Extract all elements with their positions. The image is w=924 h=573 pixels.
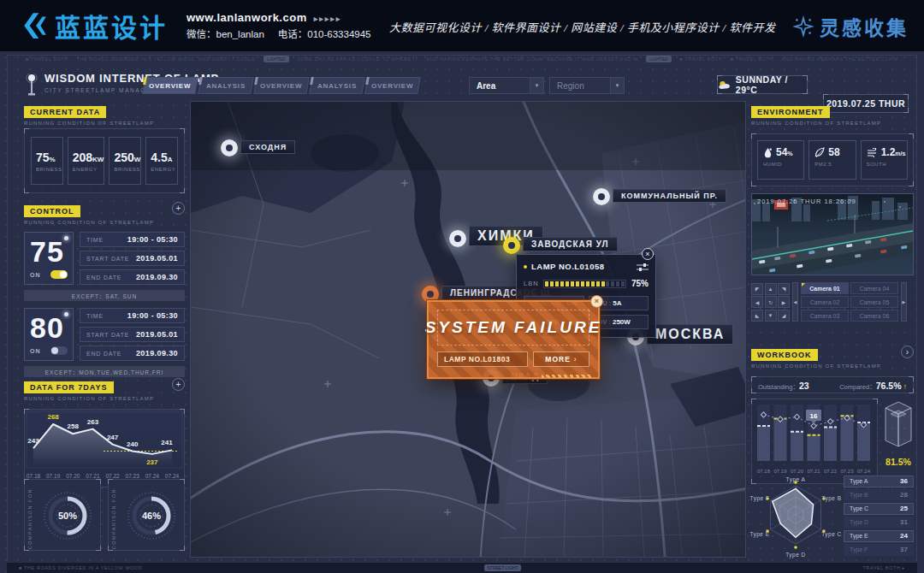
tab-notch	[143, 77, 147, 85]
camera-button-5[interactable]: Camera 05	[850, 296, 898, 308]
schedule-row-value: 2019.05.01	[136, 330, 178, 339]
pan-down-button[interactable]: ▼	[765, 310, 777, 322]
schedule-row: END DATE2019.09.30	[80, 269, 185, 285]
pan-up-button[interactable]: ▲	[765, 283, 777, 295]
camera-prev-icon[interactable]: ◀	[792, 282, 798, 322]
tab-label: OVERVIEW	[149, 82, 191, 90]
camera-button-2[interactable]: Camera 02	[801, 296, 849, 308]
brand-banner: 蓝蓝设计 www.lanlanwork.com▸▸▸▸▸ 微信：ben_lanl…	[0, 0, 924, 51]
current-data-panel: 75% BRINESS 208KW ENERGY 250W BRINESS 4.…	[24, 128, 185, 193]
schedule-row: TIME19:00 - 05:30	[80, 232, 185, 247]
brightness-box-1: 75 ON	[24, 232, 74, 285]
refresh-button[interactable]: ↻	[765, 296, 777, 308]
power-toggle-1[interactable]	[50, 270, 68, 279]
type-row-6[interactable]: Type F37	[844, 544, 914, 556]
env-card-pm25: 58 PM2.5	[808, 140, 856, 180]
env-card-wind: 1.2m/s SOUTH	[861, 140, 908, 180]
pan-left-button[interactable]: ◀	[751, 296, 763, 308]
type-value: 28	[900, 491, 908, 499]
tab-analysis-2[interactable]: ANALYSIS	[198, 77, 254, 94]
brand-logo: 蓝蓝设计	[19, 7, 168, 44]
type-value: 37	[900, 546, 908, 553]
control-subtitle: RUNNING CONDITION OF STREETLAMP	[24, 220, 185, 225]
more-chevron-icon: ›	[574, 355, 578, 363]
lbn-value: 75%	[631, 279, 649, 288]
tab-notch	[254, 77, 258, 85]
stat-card-energy: 208KW ENERGY	[68, 137, 105, 185]
workbook-subtitle: RUNNING CONDITION OF STREETLAMP	[751, 363, 914, 369]
current-data-tag: CURRENT DATA	[24, 106, 106, 118]
brand-url[interactable]: www.lanlanwork.com	[187, 11, 307, 24]
chevron-down-icon[interactable]: ▼	[610, 78, 624, 93]
schedule-row-value: 19:00 - 05:30	[127, 235, 178, 244]
camera-controls: ◤▲◥◀↻▶◣▼◢ ◀ Camera 01Camera 02Camera 03 …	[751, 282, 914, 322]
schedule-row-label: END DATE	[86, 275, 121, 281]
camera-next-icon[interactable]: ▶	[901, 282, 907, 322]
pan-up-left-button[interactable]: ◤	[751, 283, 763, 295]
radar-axis-label: Type E	[749, 531, 769, 537]
workbook-panel: WORKBOOK RUNNING CONDITION OF STREETLAMP…	[751, 346, 914, 484]
type-value: 36	[900, 477, 908, 485]
tab-overview-1[interactable]: OVERVIEW	[142, 77, 198, 94]
power-toggle-2[interactable]	[50, 346, 68, 355]
type-row-4[interactable]: Type D31	[844, 517, 914, 529]
tab-label: OVERVIEW	[260, 82, 302, 90]
radar-axis-label: Type C	[821, 531, 842, 537]
camera-video-feed[interactable]: 2019.07.25 THUR 18:26:09	[751, 193, 914, 275]
expand-week-button[interactable]: +	[172, 378, 185, 391]
sliders-icon[interactable]	[637, 263, 649, 271]
close-icon[interactable]: ×	[590, 295, 603, 308]
tab-overview-3[interactable]: OVERVIEW	[253, 77, 310, 94]
pan-down-right-button[interactable]: ◢	[778, 310, 790, 322]
type-row-2[interactable]: Type B28	[844, 489, 914, 501]
type-row-3[interactable]: Type C25	[844, 503, 914, 515]
camera-button-3[interactable]: Camera 03	[801, 310, 849, 322]
failure-lamp-id: LAMP NO.L01803	[437, 351, 528, 367]
type-row-1[interactable]: Type A36	[844, 476, 914, 487]
camera-button-6[interactable]: Camera 06	[850, 310, 898, 322]
current-data-subtitle: RUNNING CONDITION OF STREETLAMP	[24, 121, 185, 126]
area-select[interactable]: Area ▼	[469, 77, 544, 94]
svg-text:243: 243	[27, 437, 39, 445]
pan-down-left-button[interactable]: ◣	[751, 310, 763, 322]
workbook-forward-button[interactable]: ›	[901, 346, 914, 358]
schedule-row-value: 19:00 - 05:30	[127, 311, 178, 320]
cube-percentage: 81.5%	[881, 457, 915, 467]
pan-right-button[interactable]: ▶	[778, 296, 790, 308]
schedule-rows-2: TIME19:00 - 05:30START DATE2019.05.01END…	[80, 308, 185, 361]
decor-text: AND HAVING PERHAPS THE BETTER CLAIM, BEC…	[426, 56, 637, 62]
close-icon[interactable]: ×	[642, 248, 654, 260]
camera-dpad: ◤▲◥◀↻▶◣▼◢	[751, 283, 791, 322]
hatch-decor	[542, 375, 591, 378]
camera-button-4[interactable]: Camera 04	[850, 282, 898, 294]
type-radar-panel: Type AType BType CType DType EType F Typ…	[751, 470, 914, 566]
tab-analysis-4[interactable]: ANALYSIS	[309, 77, 365, 94]
week-data-panel: DATA FOR 7DAYS RUNNING CONDITION OF STRE…	[24, 378, 185, 487]
type-label: Type B	[850, 492, 868, 498]
failure-title: SYSTEM FAILURE	[425, 318, 602, 337]
tab-notch	[198, 77, 203, 85]
add-schedule-button[interactable]: +	[172, 202, 185, 215]
tab-overview-5[interactable]: OVERVIEW	[364, 77, 421, 94]
brand-services: 大数据可视化设计 / 软件界面设计 / 网站建设 / 手机及小程序设计 / 软件…	[389, 19, 783, 35]
collect-link[interactable]: 灵感收集	[792, 12, 909, 41]
cube-icon	[881, 399, 915, 452]
type-value: 24	[900, 532, 908, 540]
region-select[interactable]: Region ▼	[549, 77, 625, 94]
decor-text: SOME DAY AS FAR AS I COULD TO WHERE IT	[297, 56, 418, 62]
gauge-value: 50%	[40, 488, 95, 543]
more-button[interactable]: MORE›	[533, 351, 589, 367]
pan-up-right-button[interactable]: ◥	[778, 283, 790, 295]
brightness-value: 80	[30, 310, 68, 345]
svg-text:07.18: 07.18	[27, 473, 41, 479]
svg-text:263: 263	[87, 418, 99, 426]
humidity-icon	[763, 147, 773, 158]
camera-button-1[interactable]: Camera 01	[801, 282, 849, 294]
city-map[interactable]: СХОДНЯКОММУНАЛЬНЫЙ ПР.ХИМКИЗАВОДСКАЯ УЛЛ…	[190, 101, 746, 558]
type-row-5[interactable]: Type E24	[844, 530, 914, 542]
chevron-down-icon[interactable]: ▼	[530, 78, 543, 93]
type-value: 31	[900, 518, 908, 526]
on-label: ON	[30, 348, 41, 354]
schedule-row: TIME19:00 - 05:30	[80, 308, 185, 323]
leaf-icon	[814, 147, 825, 158]
